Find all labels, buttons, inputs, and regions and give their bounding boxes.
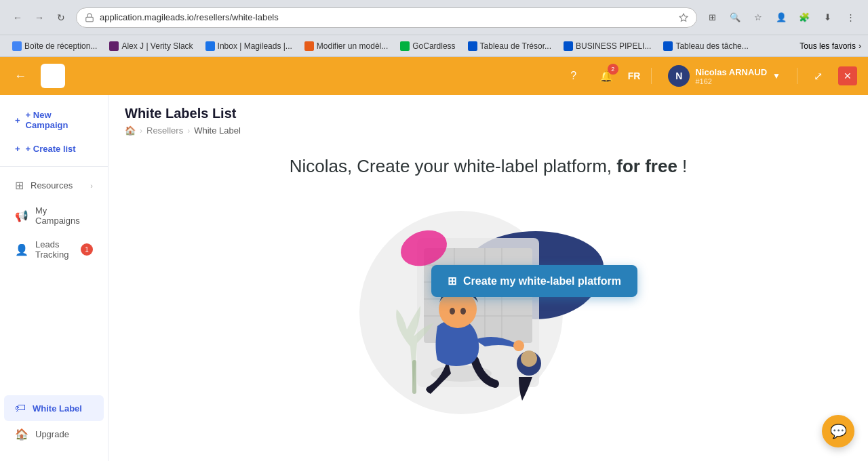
user-dropdown-chevron: ▼ [772, 71, 781, 81]
bookmark-tableau-tresor[interactable]: Tableau de Trésor... [462, 39, 557, 53]
svg-point-13 [513, 340, 524, 351]
header-actions: ? 🔔 2 FR N Nicolas ARNAUD #162 ▼ ⤢ [563, 62, 857, 89]
bookmarks-end-label: Tous les favoris [800, 41, 856, 51]
star-icon[interactable] [679, 13, 688, 22]
expand-button[interactable]: ⤢ [808, 66, 827, 85]
resources-icon: ⊞ [15, 179, 24, 192]
create-list-label: + Create list [26, 144, 76, 154]
sidebar-item-whitelabel[interactable]: 🏷 White Label [4, 395, 104, 421]
bookmark-icon-tableau-taches [663, 41, 673, 51]
app-header: ← ? 🔔 2 FR N [0, 57, 868, 95]
whitelabel-icon: 🏷 [15, 402, 26, 414]
svg-point-16 [460, 308, 466, 315]
language-button[interactable]: FR [628, 71, 641, 81]
hero-text: Nicolas, Create your white-label platfor… [290, 156, 688, 177]
app-layout: ← ? 🔔 2 FR N [0, 57, 868, 461]
sidebar-item-resources[interactable]: ⊞ Resources › [4, 172, 104, 199]
sidebar-item-leads[interactable]: 👤 Leads Tracking 1 [4, 233, 104, 266]
leads-icon: 👤 [15, 243, 28, 256]
bookmark-btn[interactable]: ☆ [749, 8, 768, 27]
breadcrumb-home[interactable]: 🏠 [125, 125, 136, 136]
bookmark-icon-inbox [12, 41, 22, 51]
back-button[interactable]: ← [8, 8, 27, 27]
sidebar: + + New Campaign + + Create list ⊞ Resou… [0, 95, 108, 461]
bookmark-label-gocardless: GoCardless [412, 41, 455, 51]
bookmark-modifier[interactable]: Modifier un modèl... [299, 39, 393, 53]
create-whitelabel-button[interactable]: ⊞ Create my white-label platform [431, 265, 637, 297]
resources-chevron: › [90, 182, 93, 190]
hero-text-prefix: Nicolas, Create your white-label platfor… [290, 156, 612, 176]
new-campaign-button[interactable]: + + New Campaign [4, 103, 104, 137]
bookmark-icon-slack [109, 41, 119, 51]
bookmarks-end[interactable]: Tous les favoris › [800, 41, 861, 51]
create-list-icon: + [15, 144, 20, 154]
bookmark-label-inbox: Boîte de réception... [24, 41, 97, 51]
collapse-sidebar-btn[interactable]: ← [11, 66, 30, 85]
forward-button[interactable]: → [30, 8, 49, 27]
bookmark-slack[interactable]: Alex J | Verity Slack [104, 39, 198, 53]
create-list-button[interactable]: + + Create list [4, 137, 104, 161]
header-divider2 [797, 68, 797, 84]
main-content: White Labels List 🏠 › Resellers › White … [108, 95, 868, 461]
bookmark-icon-business [564, 41, 573, 51]
logo-svg [43, 68, 63, 83]
search-btn[interactable]: 🔍 [726, 8, 745, 27]
sidebar-item-upgrade[interactable]: 🏠 Upgrade [4, 421, 104, 447]
bookmark-gocardless[interactable]: GoCardless [395, 39, 460, 53]
sidebar-label-whitelabel: White Label [33, 403, 93, 414]
bookmarks-bar: Boîte de réception... Alex J | Verity Sl… [0, 35, 868, 57]
bookmark-business[interactable]: BUSINESS PIPELI... [558, 39, 656, 53]
notification-badge: 2 [608, 64, 618, 75]
lock-icon [85, 13, 94, 22]
header-divider [651, 68, 652, 84]
upgrade-icon: 🏠 [15, 428, 28, 441]
bookmark-icon-modifier [304, 41, 314, 51]
bookmark-tableau-taches[interactable]: Tableau des tâche... [658, 39, 753, 53]
url-input[interactable] [100, 12, 673, 22]
browser-nav-buttons: ← → ↻ [8, 8, 71, 27]
breadcrumb-sep2: › [187, 126, 190, 136]
logo-icon [41, 64, 65, 88]
illustration-container: ⊞ Create my white-label platform [319, 197, 658, 428]
bookmark-label-tableau-tresor: Tableau de Trésor... [480, 41, 551, 51]
chat-widget[interactable]: 💬 [822, 415, 854, 447]
cta-icon: ⊞ [448, 275, 456, 287]
sidebar-label-campaigns: My Campaigns [35, 205, 93, 226]
svg-rect-19 [412, 360, 416, 394]
leads-badge: 1 [81, 243, 93, 256]
bookmark-label-business: BUSINESS PIPELI... [576, 41, 651, 51]
address-bar[interactable] [76, 7, 697, 28]
illustration-area: Nicolas, Create your white-label platfor… [108, 136, 868, 448]
hero-text-bold: for free [616, 156, 677, 176]
profile-btn[interactable]: 👤 [772, 8, 791, 27]
translate-btn[interactable]: ⊞ [703, 8, 722, 27]
extensions-btn[interactable]: 🧩 [795, 8, 814, 27]
help-button[interactable]: ? [563, 65, 585, 87]
campaigns-icon: 📢 [15, 209, 28, 222]
sidebar-label-resources: Resources [31, 180, 83, 191]
app-logo [41, 64, 65, 88]
bookmark-magileads[interactable]: Inbox | Magileads |... [200, 39, 298, 53]
breadcrumb-resellers[interactable]: Resellers [146, 125, 183, 136]
svg-rect-0 [86, 17, 94, 21]
breadcrumb-current: White Label [194, 125, 241, 136]
svg-point-18 [521, 350, 537, 367]
user-id: #162 [695, 77, 767, 85]
menu-btn[interactable]: ⋮ [841, 8, 860, 27]
user-profile[interactable]: N Nicolas ARNAUD #162 ▼ [663, 62, 786, 89]
refresh-button[interactable]: ↻ [52, 8, 71, 27]
avatar: N [668, 65, 690, 87]
new-campaign-label: + New Campaign [26, 110, 93, 130]
illustration-svg [319, 197, 658, 428]
bookmark-label-modifier: Modifier un modèl... [317, 41, 388, 51]
notifications-button[interactable]: 🔔 2 [595, 65, 617, 87]
bookmark-inbox[interactable]: Boîte de réception... [7, 39, 102, 53]
close-button[interactable]: ✕ [838, 66, 857, 85]
bookmark-label-magileads: Inbox | Magileads |... [218, 41, 292, 51]
sidebar-label-upgrade: Upgrade [35, 429, 93, 439]
chat-icon: 💬 [830, 423, 847, 439]
sidebar-item-campaigns[interactable]: 📢 My Campaigns [4, 199, 104, 233]
page-title: White Labels List [125, 106, 852, 121]
download-btn[interactable]: ⬇ [818, 8, 837, 27]
bookmark-icon-gocardless [400, 41, 410, 51]
